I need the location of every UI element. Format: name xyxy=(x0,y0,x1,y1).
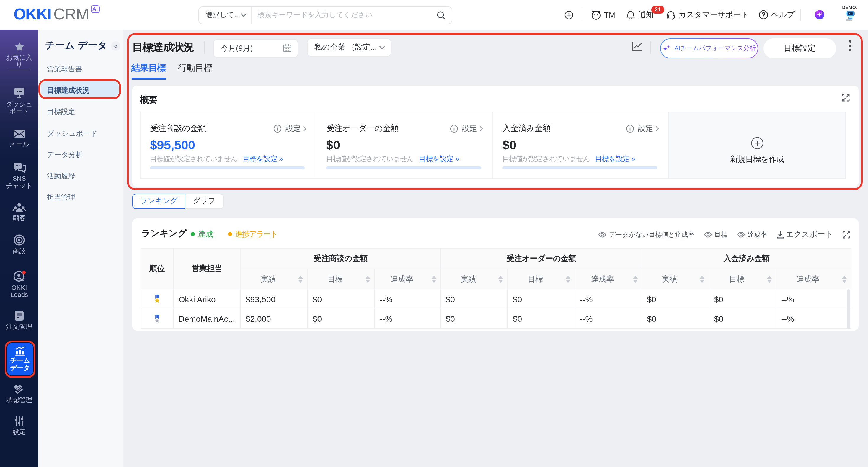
svg-text:2: 2 xyxy=(156,319,158,322)
svg-text:1: 1 xyxy=(156,299,158,302)
